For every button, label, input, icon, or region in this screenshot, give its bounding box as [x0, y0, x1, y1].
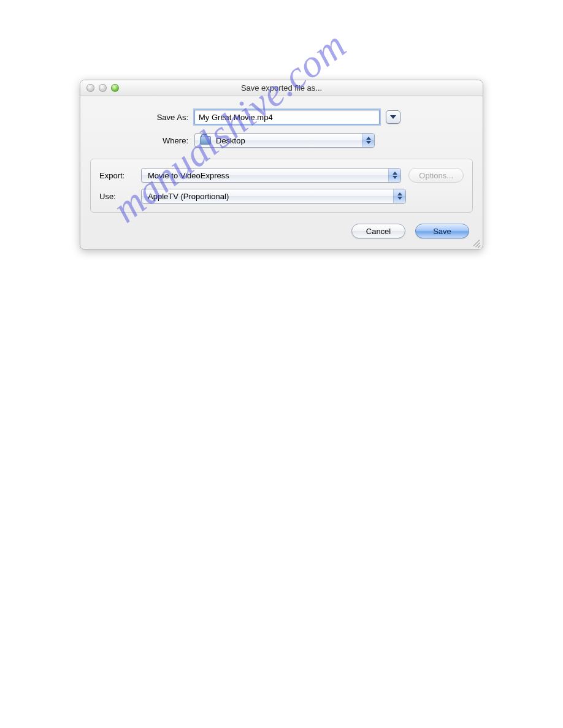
export-panel: Export: Movie to VideoExpress Options...… [90, 159, 473, 213]
folder-icon [200, 136, 211, 145]
export-label: Export: [99, 171, 141, 180]
save-as-section: Save As: Where: Desktop [80, 96, 483, 159]
use-popup[interactable]: AppleTV (Proportional) [141, 189, 406, 203]
stepper-icon [362, 134, 374, 147]
cancel-button[interactable]: Cancel [351, 224, 405, 238]
save-export-dialog: Save exported file as... Save As: Where:… [80, 80, 483, 250]
where-label: Where: [98, 136, 194, 145]
where-popup[interactable]: Desktop [194, 133, 375, 148]
dialog-footer: Cancel Save [80, 213, 483, 249]
save-as-label: Save As: [98, 113, 194, 122]
stepper-icon [393, 189, 405, 203]
stepper-icon [388, 169, 400, 182]
export-popup[interactable]: Movie to VideoExpress [141, 168, 401, 183]
export-value: Movie to VideoExpress [148, 171, 229, 180]
filename-input[interactable] [194, 110, 380, 124]
where-value: Desktop [216, 136, 245, 145]
window-title: Save exported file as... [80, 80, 483, 96]
expand-button[interactable] [386, 110, 400, 124]
resize-grip-icon[interactable] [472, 238, 480, 247]
save-button[interactable]: Save [415, 224, 469, 238]
use-value: AppleTV (Proportional) [148, 192, 229, 201]
use-label: Use: [99, 192, 141, 201]
titlebar: Save exported file as... [80, 80, 483, 96]
options-button: Options... [408, 168, 464, 183]
chevron-down-icon [390, 115, 396, 119]
